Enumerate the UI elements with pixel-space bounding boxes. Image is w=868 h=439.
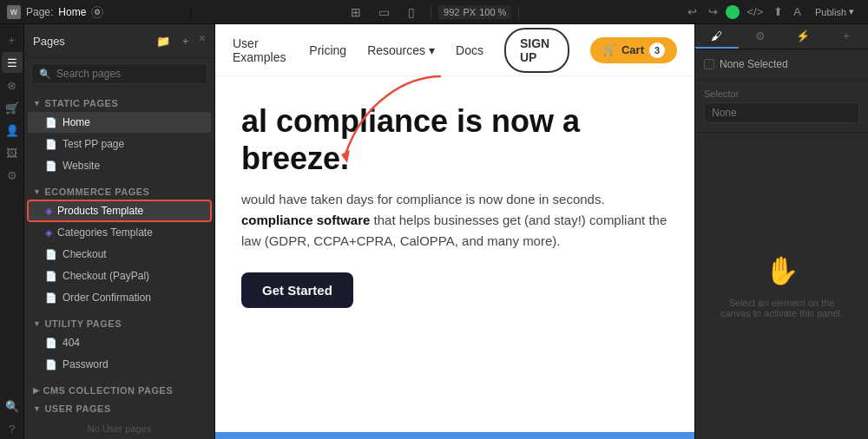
search-input[interactable] [56,68,200,80]
page-item-home[interactable]: 📄 Home ✏ [28,112,211,133]
nav-signup-button[interactable]: SIGN UP [504,28,569,73]
utility-pages-section[interactable]: ▼ Utility pages [24,313,214,331]
topbar: w Page: Home ⚙ ⊞ ▭ ▯ 992 PX 100 % ↩ ↪ </… [0,0,868,24]
page-item-checkout-paypal[interactable]: 📄 Checkout (PayPal) [28,265,211,286]
publish-button[interactable]: Publish ▾ [808,4,861,19]
page-name: Home [58,6,86,18]
add-folder-button[interactable]: 📁 [154,31,173,50]
divider [431,5,431,19]
topbar-right: ↩ ↪ </> ⬆ A Publish ▾ [675,3,868,22]
add-element-icon[interactable]: + [2,29,23,50]
mobile-icon[interactable]: ▯ [399,0,424,24]
none-selected-checkbox[interactable] [704,59,714,69]
nav-resources[interactable]: Resources ▾ [367,43,435,57]
get-started-button[interactable]: Get Started [241,272,353,308]
publish-arrow: ▾ [849,6,854,17]
close-panel-button[interactable]: × [199,31,206,50]
cms-pages-label: CMS Collection pages [43,385,174,396]
page-item-website[interactable]: 📄 Website [28,155,211,176]
page-file-icon: 📄 [45,292,57,304]
navbar: User Examples Pricing Resources ▾ Docs S… [215,24,694,76]
panel-actions: 📁 + × [154,31,206,50]
settings-sidebar-icon[interactable]: ⚙ [2,165,23,186]
topbar-left: w Page: Home ⚙ [0,5,191,19]
page-item-404[interactable]: 📄 404 [28,332,211,353]
page-file-icon: 📄 [45,161,57,172]
page-item-categories-template[interactable]: ◈ Categories Template [28,222,211,243]
zoom-level: 100 % [479,7,506,17]
user-pages-section[interactable]: ▼ User pages [24,398,214,416]
page-item-testpp[interactable]: 📄 Test PP page [28,134,211,154]
nav-user-examples[interactable]: User Examples [233,36,288,64]
search-sidebar-icon[interactable]: 🔍 [2,396,23,416]
none-selected-label: None Selected [720,58,788,70]
style-tab[interactable]: 🖌 [695,24,739,49]
search-icon: 🔍 [39,69,51,80]
page-file-icon: 📄 [45,117,57,128]
nav-pricing[interactable]: Pricing [309,43,346,57]
add-page-button[interactable]: + [176,31,195,50]
page-item-products-template[interactable]: ◈ Products Template [28,200,211,221]
page-name-website: Website [62,160,100,172]
page-name-testpp: Test PP page [62,138,124,150]
page-file-icon: 📄 [45,249,57,260]
hero-section: al compliance is now a breeze. would hav… [215,76,694,325]
none-selected-row: None Selected [704,58,859,70]
user-arrow-icon: ▼ [33,404,41,413]
page-file-icon: 📄 [45,337,57,349]
bottom-progress-bar [215,432,694,439]
media-icon[interactable]: 🖼 [2,142,23,163]
nav-docs[interactable]: Docs [456,43,483,57]
hero-headline: al compliance is now a breeze. [241,102,668,177]
publish-label: Publish [815,7,846,17]
redo-button[interactable]: ↪ [703,3,722,22]
utility-arrow-icon: ▼ [33,319,41,328]
panel-title: Pages [33,35,65,48]
selector-input[interactable] [704,102,859,123]
page-label: Page: [26,6,53,18]
static-pages-section[interactable]: ▼ Static pages [24,93,214,111]
cms-icon[interactable]: ⊗ [2,75,23,95]
cart-button[interactable]: 🛒 Cart 3 [590,37,677,63]
page-item-password[interactable]: 📄 Password [28,354,211,375]
cart-count-badge: 3 [649,43,665,58]
page-name-password: Password [62,358,108,370]
tablet-icon[interactable]: ▭ [372,0,396,24]
right-panel: 🖌 ⚙ ⚡ + None Selected Selector ✋ Select … [694,24,868,439]
export-icon[interactable]: ⬆ [770,5,786,18]
ecommerce-pages-label: Ecommerce pages [44,187,149,197]
cms-pages-section[interactable]: ▶ CMS Collection pages [24,380,214,398]
resources-chevron-icon: ▾ [429,43,435,57]
pages-list: ▼ Static pages 📄 Home ✏ 📄 Test PP page 📄… [24,89,214,439]
empty-state: ✋ Select an element on the canvas to act… [695,133,868,439]
help-icon[interactable]: ? [2,418,23,439]
interactions-tab[interactable]: ⚡ [782,24,825,49]
search-box[interactable]: 🔍 [31,63,207,84]
page-name-checkout-paypal: Checkout (PayPal) [62,270,149,282]
page-file-icon: 📄 [45,139,57,150]
page-item-checkout[interactable]: 📄 Checkout [28,244,211,265]
page-settings-icon[interactable]: ⚙ [91,6,103,18]
page-item-order-confirmation[interactable]: 📄 Order Confirmation [28,287,211,308]
panel-header: Pages 📁 + × [24,24,214,58]
status-indicator[interactable] [726,5,740,19]
settings-tab[interactable]: ⚙ [739,24,782,49]
none-selected-section: None Selected [695,49,868,80]
ecommerce-pages-section[interactable]: ▼ Ecommerce pages [24,181,214,200]
ecommerce-icon[interactable]: 🛒 [2,97,23,118]
users-icon[interactable]: 👤 [2,120,23,141]
layout-icon[interactable]: ⊞ [344,0,368,24]
font-icon[interactable]: A [790,5,805,18]
empty-state-message: Select an element on the canvas to activ… [713,298,851,318]
code-icon[interactable]: </> [743,5,766,18]
user-pages-label: User pages [44,403,110,414]
width-control[interactable]: 992 PX 100 % [438,5,511,19]
canvas-area[interactable]: User Examples Pricing Resources ▾ Docs S… [215,24,694,439]
add-tab[interactable]: + [825,24,868,49]
main-layout: + ☰ ⊗ 🛒 👤 🖼 ⚙ 🔍 ? Pages 📁 + × 🔍 ▼ [0,24,868,439]
cms-arrow-icon: ▶ [33,386,40,395]
undo-button[interactable]: ↩ [682,3,701,22]
hand-icon: ✋ [765,254,799,287]
pages-icon[interactable]: ☰ [2,52,23,73]
divider2 [518,5,519,19]
